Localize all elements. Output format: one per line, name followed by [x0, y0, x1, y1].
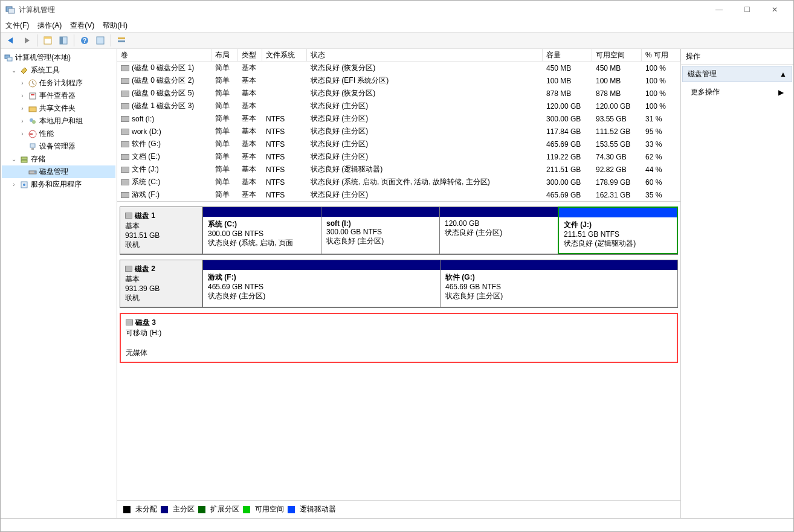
volume-name: work (D:) — [132, 127, 161, 136]
collapse-icon[interactable]: ⌄ — [10, 156, 18, 162]
table-row[interactable]: (磁盘 0 磁盘分区 5)简单基本状态良好 (恢复分区)878 MB878 MB… — [117, 87, 680, 100]
tree-device-manager[interactable]: 设备管理器 — [2, 140, 115, 153]
expand-icon[interactable]: › — [19, 105, 26, 112]
tree-shared-folders[interactable]: › 共享文件夹 — [2, 102, 115, 115]
col-percent[interactable]: % 可用 — [642, 49, 680, 62]
tree-task-scheduler[interactable]: › 任务计划程序 — [2, 77, 115, 89]
tree-storage[interactable]: ⌄ 存储 — [2, 153, 115, 165]
table-row[interactable]: soft (I:)简单基本NTFS状态良好 (主分区)300.00 GB93.5… — [117, 112, 680, 125]
expand-icon[interactable]: › — [19, 130, 26, 137]
tree-system-tools[interactable]: ⌄ 系统工具 — [2, 64, 115, 77]
tree-root[interactable]: 计算机管理(本地) — [2, 51, 115, 64]
properties-button[interactable] — [57, 34, 70, 47]
table-row[interactable]: (磁盘 0 磁盘分区 1)简单基本状态良好 (恢复分区)450 MB450 MB… — [117, 62, 680, 74]
table-row[interactable]: 文件 (J:)简单基本NTFS状态良好 (逻辑驱动器)211.51 GB92.8… — [117, 163, 680, 176]
table-row[interactable]: 游戏 (F:)简单基本NTFS状态良好 (主分区)465.69 GB162.31… — [117, 188, 680, 201]
disk-row-1[interactable]: 磁盘 1 基本 931.51 GB 联机 系统 (C:)300.00 GB NT… — [120, 207, 678, 255]
back-button[interactable] — [4, 34, 18, 47]
volume-layout: 简单 — [211, 138, 238, 150]
tree-performance[interactable]: › 性能 — [2, 127, 115, 140]
expand-icon[interactable]: › — [19, 80, 26, 86]
col-capacity[interactable]: 容量 — [543, 49, 592, 62]
volume-capacity: 450 MB — [543, 63, 592, 74]
menu-view[interactable]: 查看(V) — [70, 21, 94, 31]
help-button[interactable]: ? — [78, 34, 91, 47]
volume-icon — [121, 129, 129, 135]
col-volume[interactable]: 卷 — [117, 49, 211, 62]
disk-3-label[interactable]: 磁盘 3 可移动 (H:) 无媒体 — [121, 314, 204, 362]
expand-icon[interactable]: › — [10, 181, 18, 188]
svg-rect-3 — [44, 37, 51, 39]
volume-layout: 简单 — [211, 100, 238, 112]
forward-button[interactable] — [20, 34, 33, 47]
col-status[interactable]: 状态 — [307, 49, 543, 62]
computer-icon — [4, 53, 13, 63]
volume-layout: 简单 — [211, 150, 238, 163]
close-button[interactable]: ✕ — [761, 1, 789, 19]
partition[interactable]: 游戏 (F:)465.69 GB NTFS状态良好 (主分区) — [202, 260, 441, 307]
table-row[interactable]: work (D:)简单基本NTFS状态良好 (主分区)117.84 GB111.… — [117, 125, 680, 138]
volume-status: 状态良好 (主分区) — [307, 188, 543, 201]
disk-1-label[interactable]: 磁盘 1 基本 931.51 GB 联机 — [120, 207, 203, 254]
tree-services-apps[interactable]: › 服务和应用程序 — [2, 178, 115, 191]
col-free[interactable]: 可用空间 — [592, 49, 642, 62]
volume-icon — [121, 116, 129, 122]
menu-bar: 文件(F) 操作(A) 查看(V) 帮助(H) — [1, 19, 793, 32]
expand-icon[interactable]: › — [19, 118, 26, 124]
volume-type: 基本 — [238, 74, 262, 87]
partition[interactable]: 文件 (J:)211.51 GB NTFS状态良好 (逻辑驱动器) — [558, 207, 678, 254]
partition-size: 120.00 GB — [445, 219, 553, 228]
status-bar — [1, 518, 793, 531]
volume-status: 状态良好 (主分区) — [307, 125, 543, 138]
col-layout[interactable]: 布局 — [211, 49, 238, 62]
disk-row-2[interactable]: 磁盘 2 基本 931.39 GB 联机 游戏 (F:)465.69 GB NT… — [120, 260, 678, 308]
partition-status: 状态良好 (主分区) — [445, 291, 673, 301]
table-row[interactable]: 文档 (E:)简单基本NTFS状态良好 (主分区)119.22 GB74.30 … — [117, 150, 680, 163]
partition[interactable]: 系统 (C:)300.00 GB NTFS状态良好 (系统, 启动, 页面 — [202, 207, 321, 254]
partition-status: 状态良好 (主分区) — [326, 236, 434, 246]
minimize-button[interactable]: — — [705, 1, 733, 19]
table-row[interactable]: (磁盘 1 磁盘分区 3)简单基本状态良好 (主分区)120.00 GB120.… — [117, 100, 680, 112]
navigation-tree[interactable]: 计算机管理(本地) ⌄ 系统工具 › 任务计划程序 › 事件查看器 › 共享文件… — [1, 49, 117, 518]
partition-stripe — [440, 207, 558, 217]
volumes-table[interactable]: 卷 布局 类型 文件系统 状态 容量 可用空间 % 可用 (磁盘 0 磁盘分区 … — [117, 49, 680, 201]
volume-name: (磁盘 1 磁盘分区 3) — [132, 101, 194, 110]
svg-rect-16 — [29, 107, 36, 112]
svg-rect-14 — [30, 93, 36, 99]
partition[interactable]: soft (I:)300.00 GB NTFS状态良好 (主分区) — [321, 207, 440, 254]
disk-2-label[interactable]: 磁盘 2 基本 931.39 GB 联机 — [120, 260, 203, 307]
services-icon — [19, 180, 29, 190]
menu-help[interactable]: 帮助(H) — [103, 21, 127, 31]
tree-disk-management[interactable]: 磁盘管理 — [2, 165, 115, 178]
tree-event-viewer[interactable]: › 事件查看器 — [2, 89, 115, 102]
list-view-button[interactable] — [115, 34, 128, 47]
volume-percent: 100 % — [642, 63, 680, 74]
content-pane: 卷 布局 类型 文件系统 状态 容量 可用空间 % 可用 (磁盘 0 磁盘分区 … — [117, 49, 681, 518]
show-hide-tree-button[interactable] — [41, 34, 54, 47]
menu-file[interactable]: 文件(F) — [5, 21, 29, 31]
volume-fs — [262, 80, 307, 82]
disk-row-3[interactable]: 磁盘 3 可移动 (H:) 无媒体 — [120, 313, 678, 363]
maximize-button[interactable]: ☐ — [733, 1, 761, 19]
collapse-icon[interactable]: ⌄ — [10, 67, 18, 74]
col-type[interactable]: 类型 — [238, 49, 262, 62]
volume-type: 基本 — [238, 188, 262, 201]
volume-status: 状态良好 (主分区) — [307, 138, 543, 150]
partition-stripe — [559, 208, 677, 217]
expand-icon[interactable]: › — [19, 92, 26, 99]
legend-extended-label: 扩展分区 — [210, 504, 239, 514]
actions-section-title[interactable]: 磁盘管理 ▲ — [682, 66, 792, 82]
table-row[interactable]: (磁盘 0 磁盘分区 2)简单基本状态良好 (EFI 系统分区)100 MB10… — [117, 74, 680, 87]
actions-more[interactable]: 更多操作 ▶ — [681, 83, 793, 101]
disk-graphical-view[interactable]: 磁盘 1 基本 931.51 GB 联机 系统 (C:)300.00 GB NT… — [117, 201, 680, 500]
table-row[interactable]: 软件 (G:)简单基本NTFS状态良好 (主分区)465.69 GB153.55… — [117, 138, 680, 150]
col-filesystem[interactable]: 文件系统 — [262, 49, 307, 62]
menu-action[interactable]: 操作(A) — [37, 21, 62, 31]
refresh-button[interactable] — [94, 34, 107, 47]
volume-capacity: 211.51 GB — [543, 164, 592, 175]
tree-local-users[interactable]: › 本地用户和组 — [2, 115, 115, 127]
table-row[interactable]: 系统 (C:)简单基本NTFS状态良好 (系统, 启动, 页面文件, 活动, 故… — [117, 176, 680, 188]
partition[interactable]: 软件 (G:)465.69 GB NTFS状态良好 (主分区) — [440, 260, 678, 307]
partition[interactable]: 120.00 GB状态良好 (主分区) — [439, 207, 558, 254]
tools-icon — [19, 66, 29, 75]
